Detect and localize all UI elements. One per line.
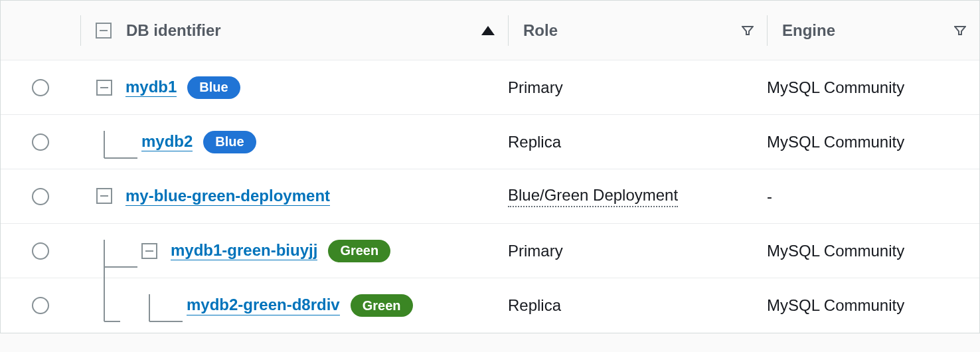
table-row: mydb2-green-d8rdiv Green Replica MySQL C… bbox=[1, 278, 979, 333]
table-header-row: DB identifier Role Engine bbox=[1, 1, 979, 60]
row-select[interactable] bbox=[1, 133, 80, 151]
collapse-row-icon[interactable] bbox=[96, 188, 112, 204]
db-identifier-link[interactable]: mydb2 bbox=[141, 132, 193, 152]
column-label-db: DB identifier bbox=[126, 21, 221, 40]
column-divider bbox=[80, 15, 81, 46]
radio-icon bbox=[32, 133, 49, 151]
column-label-role: Role bbox=[523, 21, 558, 40]
table-row: mydb1-green-biuyjj Green Primary MySQL C… bbox=[1, 224, 979, 278]
column-divider bbox=[508, 15, 509, 46]
role-value: Replica bbox=[508, 133, 561, 151]
db-identifier-link[interactable]: mydb1-green-biuyjj bbox=[171, 241, 317, 261]
role-value: Replica bbox=[508, 296, 561, 315]
column-header-role[interactable]: Role bbox=[508, 15, 767, 46]
column-label-engine: Engine bbox=[782, 21, 835, 40]
column-divider bbox=[767, 15, 768, 46]
row-select[interactable] bbox=[1, 79, 80, 96]
radio-icon bbox=[32, 188, 49, 205]
db-identifier-link[interactable]: mydb2-green-d8rdiv bbox=[187, 296, 340, 315]
role-value: Primary bbox=[508, 242, 563, 260]
column-header-db[interactable]: DB identifier bbox=[80, 15, 508, 46]
radio-icon bbox=[32, 242, 49, 260]
collapse-all-icon[interactable] bbox=[96, 23, 112, 39]
row-select[interactable] bbox=[1, 297, 80, 314]
engine-value: MySQL Community bbox=[767, 296, 904, 315]
collapse-row-icon[interactable] bbox=[96, 80, 112, 96]
column-header-engine[interactable]: Engine bbox=[767, 15, 979, 46]
radio-icon bbox=[32, 297, 49, 314]
row-select[interactable] bbox=[1, 242, 80, 260]
db-table: DB identifier Role Engine bbox=[0, 0, 980, 333]
db-identifier-link[interactable]: my-blue-green-deployment bbox=[125, 187, 330, 207]
table-row: mydb1 Blue Primary MySQL Community bbox=[1, 60, 979, 115]
env-badge-green: Green bbox=[351, 294, 413, 317]
engine-value: MySQL Community bbox=[767, 78, 904, 97]
filter-icon bbox=[954, 26, 966, 35]
tree-connector bbox=[80, 294, 187, 333]
db-identifier-link[interactable]: mydb1 bbox=[125, 78, 177, 98]
engine-value: - bbox=[767, 187, 772, 206]
collapse-row-icon[interactable] bbox=[141, 243, 157, 259]
role-value[interactable]: Blue/Green Deployment bbox=[508, 186, 678, 207]
filter-icon bbox=[742, 26, 754, 35]
role-value: Primary bbox=[508, 78, 563, 97]
sort-ascending-icon bbox=[481, 26, 495, 35]
env-badge-blue: Blue bbox=[203, 131, 256, 153]
engine-value: MySQL Community bbox=[767, 242, 904, 260]
engine-value: MySQL Community bbox=[767, 133, 904, 151]
env-badge-green: Green bbox=[328, 240, 390, 262]
row-select[interactable] bbox=[1, 188, 80, 205]
radio-icon bbox=[32, 79, 49, 96]
table-row: my-blue-green-deployment Blue/Green Depl… bbox=[1, 169, 979, 224]
table-row: mydb2 Blue Replica MySQL Community bbox=[1, 115, 979, 169]
env-badge-blue: Blue bbox=[187, 76, 240, 99]
